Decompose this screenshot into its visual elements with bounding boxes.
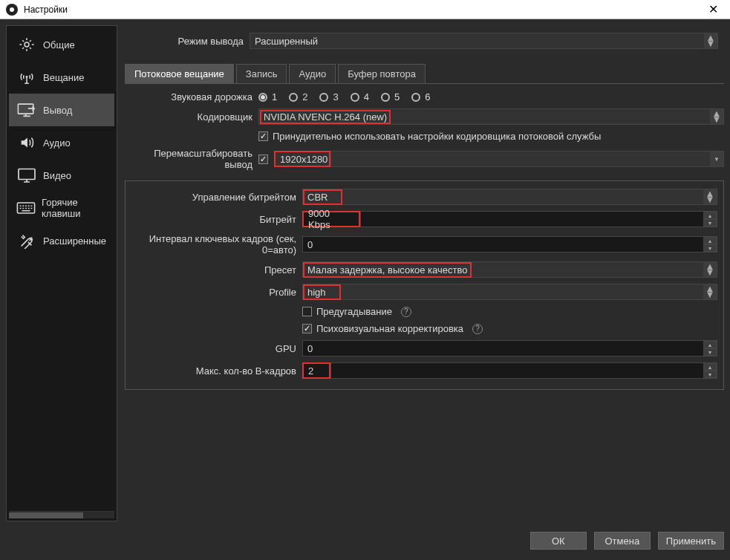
radio-icon bbox=[258, 93, 267, 102]
keyboard-icon bbox=[16, 199, 36, 217]
sidebar-item-general[interactable]: Общие bbox=[9, 28, 114, 61]
profile-value: high bbox=[304, 286, 339, 299]
profile-label: Profile bbox=[131, 287, 302, 298]
psycho-label: Психовизуальная корректировка bbox=[316, 323, 463, 334]
preset-value: Малая задержка, высокое качество bbox=[304, 264, 470, 276]
sidebar-item-video[interactable]: Видео bbox=[9, 159, 114, 192]
svg-rect-3 bbox=[19, 169, 35, 180]
keyint-input[interactable]: 0 ▲▼ bbox=[302, 236, 717, 253]
rescale-checkbox[interactable] bbox=[258, 154, 268, 164]
sidebar-item-label: Аудио bbox=[43, 137, 71, 149]
rescale-value: 1920x1280 bbox=[280, 154, 327, 165]
keyint-label: Интервал ключевых кадров (сек, 0=авто) bbox=[131, 233, 302, 255]
antenna-icon bbox=[16, 68, 37, 86]
gear-icon bbox=[16, 36, 37, 53]
radio-icon bbox=[351, 93, 359, 102]
radio-icon bbox=[319, 93, 328, 102]
audio-track-radio-1[interactable]: 1 bbox=[258, 91, 277, 102]
tab-streaming[interactable]: Потоковое вещание bbox=[125, 64, 234, 83]
bframes-box[interactable]: 2 bbox=[302, 362, 330, 379]
rescale-value-box[interactable]: 1920x1280 bbox=[274, 151, 330, 167]
tools-icon bbox=[16, 232, 37, 250]
main-panel: Режим вывода Расширенный ▲▼ Потоковое ве… bbox=[117, 25, 724, 521]
bframes-value: 2 bbox=[308, 365, 313, 377]
sidebar-item-label: Видео bbox=[43, 170, 71, 181]
sidebar-item-audio[interactable]: Аудио bbox=[9, 126, 114, 159]
sidebar-item-hotkeys[interactable]: Горячие клавиши bbox=[9, 192, 114, 224]
svg-point-1 bbox=[26, 76, 28, 78]
spinner-icon[interactable]: ▲▼ bbox=[703, 363, 717, 378]
spinner-icon[interactable]: ▲▼ bbox=[703, 341, 717, 356]
sidebar-item-label: Горячие клавиши bbox=[42, 197, 107, 219]
sidebar-item-stream[interactable]: Вещание bbox=[9, 61, 114, 94]
bframes-label: Макс. кол-во B-кадров bbox=[131, 365, 302, 377]
sidebar-item-label: Вещание bbox=[43, 72, 85, 83]
audio-track-label: Звуковая дорожка bbox=[125, 91, 258, 102]
dialog-footer: ОК Отмена Применить bbox=[6, 527, 724, 554]
encoder-value: NVIDIA NVENC H.264 (new) bbox=[261, 111, 390, 123]
radio-icon bbox=[411, 93, 420, 102]
chevron-updown-icon: ▲▼ bbox=[703, 284, 717, 299]
keyint-value: 0 bbox=[307, 239, 313, 250]
tab-recording[interactable]: Запись bbox=[236, 64, 287, 83]
chevron-updown-icon: ▲▼ bbox=[704, 33, 717, 48]
profile-dropdown[interactable]: high ▲▼ bbox=[302, 284, 717, 300]
audio-track-radio-3[interactable]: 3 bbox=[319, 91, 338, 102]
bitrate-box[interactable]: 9000 Kbps bbox=[302, 211, 360, 227]
output-mode-label: Режим вывода bbox=[131, 36, 250, 47]
spinner-icon[interactable]: ▲▼ bbox=[703, 212, 717, 227]
audio-track-radio-4[interactable]: 4 bbox=[351, 91, 369, 102]
lookahead-checkbox[interactable]: Предугадывание ? bbox=[302, 306, 411, 317]
svg-point-0 bbox=[25, 42, 29, 47]
titlebar: Настройки ✕ bbox=[0, 0, 730, 19]
help-icon[interactable]: ? bbox=[401, 307, 411, 317]
audio-track-radio-5[interactable]: 5 bbox=[381, 91, 400, 102]
checkbox-icon bbox=[302, 324, 312, 333]
sidebar-item-label: Общие bbox=[43, 39, 75, 51]
chevron-updown-icon: ▲▼ bbox=[703, 189, 717, 204]
bitrate-value: 9000 Kbps bbox=[308, 208, 354, 230]
spinner-icon[interactable]: ▲▼ bbox=[703, 237, 717, 252]
rescale-dropdown-ext[interactable]: ▼ bbox=[330, 151, 724, 167]
tab-audio[interactable]: Аудио bbox=[289, 64, 336, 83]
enforce-checkbox-row[interactable]: Принудительно использовать настройки код… bbox=[258, 131, 601, 142]
gpu-input[interactable]: 0 ▲▼ bbox=[302, 340, 717, 356]
sidebar-item-advanced[interactable]: Расширенные bbox=[9, 224, 114, 257]
ok-button[interactable]: ОК bbox=[530, 532, 587, 550]
apply-button[interactable]: Применить bbox=[658, 532, 724, 550]
audio-track-radios: 1 2 3 4 5 6 bbox=[258, 91, 430, 102]
rate-control-value: CBR bbox=[304, 191, 341, 204]
bitrate-input-ext[interactable]: ▲▼ bbox=[360, 211, 717, 227]
help-icon[interactable]: ? bbox=[472, 324, 483, 334]
sidebar-item-output[interactable]: Вывод bbox=[9, 94, 114, 126]
chevron-down-icon: ▼ bbox=[710, 152, 723, 166]
bframes-input-ext[interactable]: ▲▼ bbox=[330, 362, 717, 379]
encoder-dropdown[interactable]: NVIDIA NVENC H.264 (new) ▲▼ bbox=[258, 108, 724, 125]
tab-replay-buffer[interactable]: Буфер повтора bbox=[338, 64, 426, 83]
scrollbar-thumb[interactable] bbox=[9, 512, 83, 518]
speaker-icon bbox=[16, 134, 37, 152]
sidebar-item-label: Вывод bbox=[43, 105, 72, 116]
sidebar-scrollbar[interactable] bbox=[9, 511, 114, 518]
window-title: Настройки bbox=[24, 4, 703, 15]
cancel-button[interactable]: Отмена bbox=[594, 532, 651, 550]
close-icon[interactable]: ✕ bbox=[703, 2, 724, 16]
radio-icon bbox=[289, 93, 298, 102]
gpu-value: 0 bbox=[307, 343, 313, 354]
gpu-label: GPU bbox=[131, 343, 302, 354]
chevron-updown-icon: ▲▼ bbox=[703, 262, 717, 277]
checkbox-icon bbox=[302, 307, 312, 316]
sidebar: Общие Вещание Вывод Аудио bbox=[6, 25, 117, 521]
bitrate-label: Битрейт bbox=[131, 214, 302, 225]
enforce-label: Принудительно использовать настройки код… bbox=[273, 131, 601, 142]
encoder-label: Кодировщик bbox=[125, 111, 258, 123]
monitor-arrow-icon bbox=[16, 101, 37, 119]
rate-control-dropdown[interactable]: CBR ▲▼ bbox=[302, 189, 717, 205]
audio-track-radio-2[interactable]: 2 bbox=[289, 91, 307, 102]
output-mode-dropdown[interactable]: Расширенный ▲▼ bbox=[250, 33, 718, 49]
preset-dropdown[interactable]: Малая задержка, высокое качество ▲▼ bbox=[302, 261, 717, 278]
psycho-checkbox[interactable]: Психовизуальная корректировка ? bbox=[302, 323, 483, 334]
preset-label: Пресет bbox=[131, 264, 302, 276]
audio-track-radio-6[interactable]: 6 bbox=[411, 91, 430, 102]
sidebar-item-label: Расширенные bbox=[43, 235, 106, 247]
